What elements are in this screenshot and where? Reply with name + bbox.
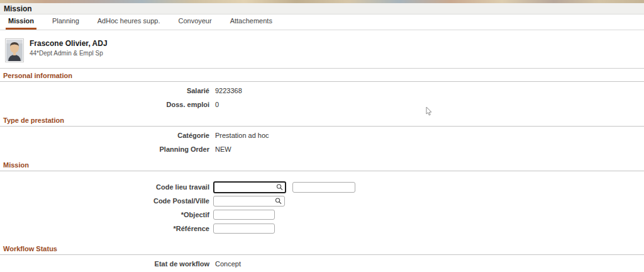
employee-text: Frascone Olivier, ADJ 44*Dept Admin & Em…: [30, 38, 108, 62]
reference-label: *Référence: [0, 225, 209, 232]
code-lieu-travail-input[interactable]: [213, 181, 286, 193]
tab-planning[interactable]: Planning: [50, 14, 82, 30]
personal-information-fields: Salarié 9223368 Doss. emploi 0: [0, 82, 644, 113]
search-icon[interactable]: [276, 184, 283, 191]
code-lieu-travail-label: Code lieu travail: [0, 183, 209, 191]
etat-de-workflow-value: Concept: [215, 260, 241, 268]
objectif-label: *Objectif: [0, 211, 209, 218]
workflow-status-fields: Etat de workflow Concept: [0, 255, 644, 272]
field-row-categorie: Catégorie Prestation ad hoc: [0, 128, 644, 142]
categorie-label: Catégorie: [0, 132, 209, 139]
salarie-label: Salarié: [0, 87, 209, 94]
code-postal-ville-input[interactable]: [213, 196, 285, 207]
field-row-code-postal-ville: Code Postal/Ville: [0, 194, 644, 208]
section-title-personal-information: Personal information: [0, 69, 644, 81]
planning-order-label: Planning Order: [0, 145, 209, 153]
field-row-doss-emploi: Doss. emploi 0: [0, 98, 644, 111]
planning-order-value: NEW: [215, 145, 231, 153]
field-row-objectif: *Objectif: [0, 208, 644, 222]
field-row-reference: *Référence: [0, 222, 644, 235]
categorie-value: Prestation ad hoc: [215, 132, 269, 139]
field-row-salarie: Salarié 9223368: [0, 84, 644, 97]
employee-card: Frascone Olivier, ADJ 44*Dept Admin & Em…: [5, 38, 644, 62]
tab-attachements[interactable]: Attachements: [228, 14, 275, 30]
tab-adhoc-heures-supp[interactable]: AdHoc heures supp.: [95, 14, 163, 30]
type-de-prestation-fields: Catégorie Prestation ad hoc Planning Ord…: [0, 127, 644, 158]
salarie-value: 9223368: [215, 87, 242, 94]
field-row-planning-order: Planning Order NEW: [0, 142, 644, 156]
code-postal-ville-lookup: [213, 196, 285, 207]
doss-emploi-label: Doss. emploi: [0, 101, 209, 108]
section-title-type-de-prestation: Type de prestation: [0, 113, 644, 126]
doss-emploi-value: 0: [215, 101, 219, 108]
tab-convoyeur[interactable]: Convoyeur: [175, 14, 214, 30]
search-icon[interactable]: [275, 198, 282, 205]
reference-input[interactable]: [213, 224, 275, 234]
objectif-input[interactable]: [213, 210, 275, 220]
field-row-etat-de-workflow: Etat de workflow Concept: [0, 257, 644, 270]
code-postal-ville-label: Code Postal/Ville: [0, 197, 209, 205]
page-title: Mission: [4, 4, 32, 13]
section-title-workflow-status: Workflow Status: [0, 242, 644, 254]
etat-de-workflow-label: Etat de workflow: [0, 260, 209, 268]
employee-name: Frascone Olivier, ADJ: [30, 39, 108, 48]
employee-department: 44*Dept Admin & Empl Sp: [30, 50, 108, 57]
tab-bar: Mission Planning AdHoc heures supp. Conv…: [0, 14, 644, 30]
employee-photo: [5, 38, 24, 62]
code-lieu-travail-lookup: [213, 181, 286, 193]
section-title-mission: Mission: [0, 158, 644, 171]
mission-fields: Code lieu travail Code Postal/Ville *Obj…: [0, 171, 644, 242]
field-row-code-lieu-travail: Code lieu travail: [0, 180, 644, 194]
employee-photo-image: [6, 40, 23, 61]
code-lieu-travail-description: [292, 182, 355, 193]
tab-mission[interactable]: Mission: [6, 14, 36, 30]
page-header: Mission: [0, 3, 644, 14]
